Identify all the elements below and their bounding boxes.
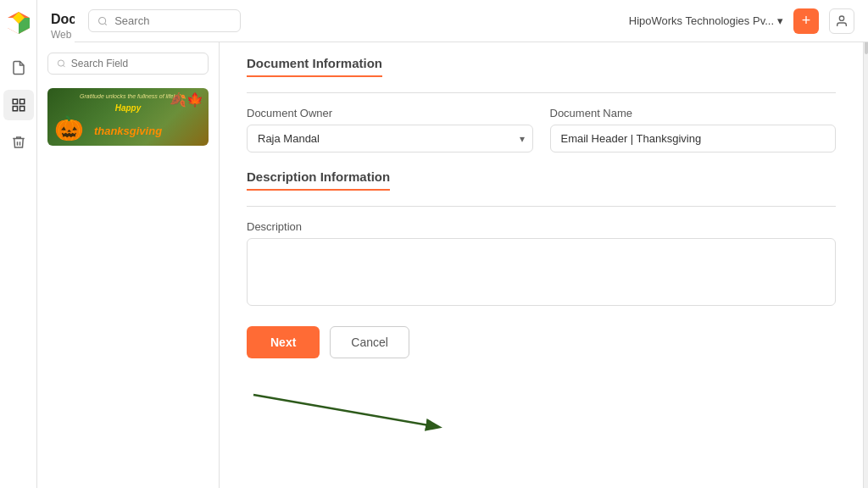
logo[interactable] [6,10,31,39]
main-content: New Document Document Information Docume… [220,0,863,488]
action-row: Next Cancel [247,326,836,358]
form-row-owner-name: Document Owner Raja Mandal John Doe ▾ Do… [247,107,836,152]
app-wrapper: HipoWorks Technologies Pv... ▾ + Documen… [0,0,868,488]
right-content: HipoWorks Technologies Pv... ▾ + Documen… [37,0,868,488]
thumbnail-image: 🍂🍁 Gratitude unlocks the fullness of lif… [47,88,209,146]
icon-bar [0,0,37,488]
sidebar: Documents Web Banner 🍂🍁 Gratitude unlock… [37,0,220,488]
sidebar-item-pages[interactable] [3,90,34,120]
svg-point-11 [58,60,64,66]
topbar-right: HipoWorks Technologies Pv... ▾ + [629,8,854,34]
svg-rect-5 [19,99,24,103]
sidebar-search-box[interactable] [47,53,209,75]
description-section: Description Information Description [247,169,836,309]
search-icon [97,15,108,27]
company-name: HipoWorks Technologies Pv... [629,14,774,27]
company-selector[interactable]: HipoWorks Technologies Pv... ▾ [629,14,783,27]
svg-point-8 [99,17,106,24]
scrollbar[interactable] [863,0,868,488]
search-box[interactable] [88,9,241,32]
thumbnail-happy: Happy [115,103,142,113]
sidebar-item-trash[interactable] [3,127,34,158]
sidebar-search-icon [57,58,66,69]
svg-line-14 [253,395,438,427]
document-name-input[interactable] [550,125,837,152]
pumpkin-icon: 🎃 [54,114,84,142]
description-label: Description [247,220,836,233]
arrow-svg [245,386,448,437]
topbar: HipoWorks Technologies Pv... ▾ + [75,0,868,42]
sidebar-item-document[interactable] [3,53,34,83]
svg-line-12 [63,65,64,67]
user-avatar[interactable] [829,8,854,34]
description-textarea[interactable] [247,238,836,306]
cancel-button[interactable]: Cancel [330,326,409,358]
form-group-owner: Document Owner Raja Mandal John Doe ▾ [247,107,533,152]
svg-rect-7 [13,107,17,111]
owner-select-wrapper[interactable]: Raja Mandal John Doe ▾ [247,125,533,152]
add-button[interactable]: + [793,8,819,34]
svg-rect-4 [13,99,17,103]
svg-point-10 [839,16,843,20]
arrow-annotation [245,386,448,437]
name-label: Document Name [550,107,837,119]
content-wrapper: Documents Web Banner 🍂🍁 Gratitude unlock… [37,0,868,488]
chevron-down-icon: ▾ [777,14,783,27]
section1-title: Document Information [247,56,382,77]
next-button[interactable]: Next [247,326,320,358]
owner-label: Document Owner [247,107,533,119]
document-thumbnail[interactable]: 🍂🍁 Gratitude unlocks the fullness of lif… [47,88,209,146]
section2-title: Description Information [247,169,390,191]
svg-rect-6 [19,107,24,111]
form-group-docname: Document Name [550,107,837,152]
thumbnail-tagline: Gratitude unlocks the fullness of life! [80,93,175,99]
svg-line-9 [104,23,106,25]
search-input[interactable] [114,14,231,27]
sidebar-search-input[interactable] [71,58,199,69]
thumbnail-thanksgiving-text: thanksgiving [94,125,162,137]
document-info-section: Document Information Document Owner Raja… [247,56,836,152]
owner-select[interactable]: Raja Mandal John Doe [247,125,533,152]
